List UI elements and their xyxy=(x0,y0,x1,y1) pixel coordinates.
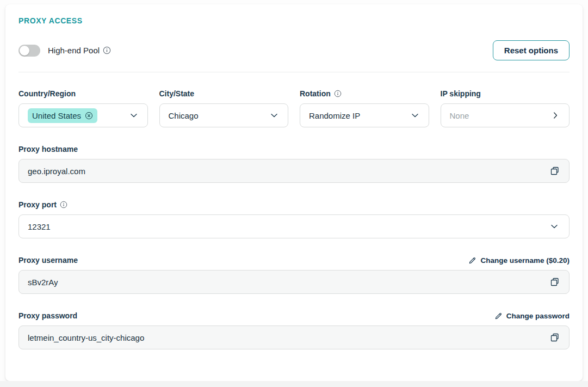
country-chip-label: United States xyxy=(32,111,81,120)
change-username-button[interactable]: Change username ($0.20) xyxy=(468,256,570,265)
toggle-row: High-end Pool Reset options xyxy=(18,40,570,60)
proxy-access-page: PROXY ACCESS High-end Pool Reset options… xyxy=(0,0,588,387)
proxy-hostname-label: Proxy hostname xyxy=(18,145,78,153)
proxy-password-value: letmein_country-us_city-chicago xyxy=(28,333,144,342)
rotation-select[interactable]: Randomize IP xyxy=(300,103,429,127)
ip-skipping-label: IP skipping xyxy=(441,89,570,98)
proxy-hostname-value: geo.iproyal.com xyxy=(28,167,85,176)
page-bottom-strip xyxy=(0,381,588,387)
chevron-down-icon xyxy=(549,222,561,231)
proxy-hostname-field: geo.iproyal.com xyxy=(18,159,570,183)
copy-icon[interactable] xyxy=(548,164,561,177)
high-end-pool-toggle[interactable] xyxy=(18,45,40,57)
city-state-group: City/State Chicago xyxy=(159,89,289,127)
proxy-username-section: Proxy username Change username ($0.20) s… xyxy=(18,256,570,294)
chevron-down-icon xyxy=(410,110,420,120)
proxy-password-label: Proxy password xyxy=(18,311,77,320)
proxy-port-value: 12321 xyxy=(28,222,51,231)
city-state-select[interactable]: Chicago xyxy=(159,103,289,127)
ip-skipping-select[interactable]: None xyxy=(441,103,570,127)
proxy-password-section: Proxy password Change password letmein_c… xyxy=(18,311,570,349)
rotation-group: Rotation Randomize IP xyxy=(300,89,429,127)
section-title: PROXY ACCESS xyxy=(18,16,570,25)
change-password-button[interactable]: Change password xyxy=(494,312,570,320)
toggle-knob xyxy=(20,46,29,56)
proxy-hostname-section: Proxy hostname geo.iproyal.com xyxy=(18,145,570,183)
chevron-right-icon xyxy=(550,110,560,120)
info-icon[interactable] xyxy=(103,46,111,54)
remove-country-icon[interactable] xyxy=(85,112,93,120)
proxy-port-select[interactable]: 12321 xyxy=(18,214,570,238)
rotation-label: Rotation xyxy=(300,89,429,98)
high-end-pool-label: High-end Pool xyxy=(48,46,111,55)
pencil-icon xyxy=(494,312,503,320)
country-chip: United States xyxy=(28,108,97,123)
proxy-username-label: Proxy username xyxy=(18,256,78,265)
chevron-down-icon xyxy=(269,110,279,120)
copy-icon[interactable] xyxy=(548,331,561,344)
country-region-select[interactable]: United States xyxy=(18,103,148,127)
selects-grid: Country/Region United States City/State … xyxy=(18,89,570,127)
reset-options-button[interactable]: Reset options xyxy=(493,40,570,60)
city-state-value: Chicago xyxy=(169,111,199,120)
proxy-access-card: PROXY ACCESS High-end Pool Reset options… xyxy=(5,4,583,381)
proxy-port-section: Proxy port 12321 xyxy=(18,200,570,238)
copy-icon[interactable] xyxy=(548,275,561,288)
info-icon[interactable] xyxy=(60,201,67,208)
proxy-password-field: letmein_country-us_city-chicago xyxy=(18,325,570,349)
proxy-port-label: Proxy port xyxy=(18,200,67,209)
info-icon[interactable] xyxy=(334,90,342,97)
proxy-username-field: sBv2rAy xyxy=(18,270,570,294)
ip-skipping-value: None xyxy=(450,111,469,120)
city-state-label: City/State xyxy=(159,89,289,98)
chevron-down-icon xyxy=(129,110,139,120)
proxy-username-value: sBv2rAy xyxy=(28,278,58,287)
rotation-value: Randomize IP xyxy=(309,111,360,120)
divider xyxy=(18,72,570,72)
high-end-pool-control: High-end Pool xyxy=(18,45,111,57)
country-region-label: Country/Region xyxy=(18,89,148,98)
ip-skipping-group: IP skipping None xyxy=(441,89,570,127)
pencil-icon xyxy=(468,256,476,265)
country-region-group: Country/Region United States xyxy=(18,89,148,127)
